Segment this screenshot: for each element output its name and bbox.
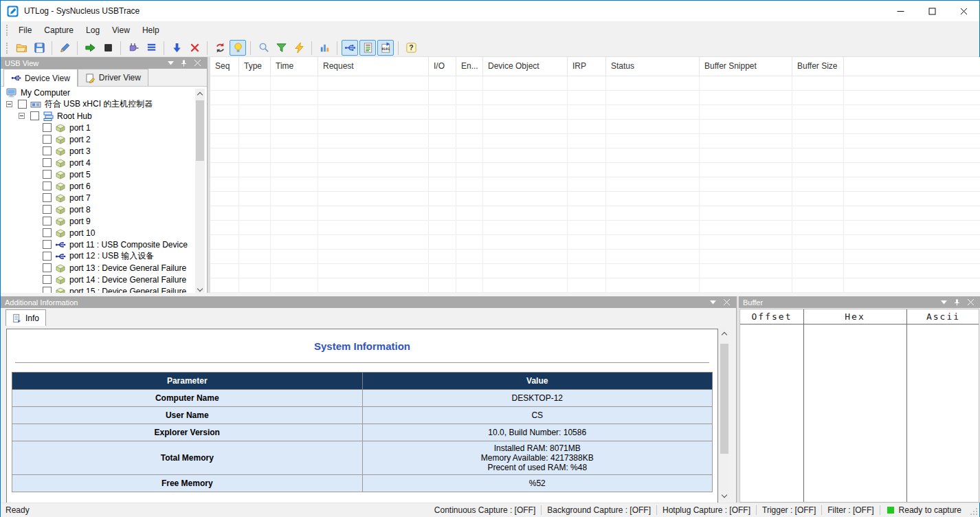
- plug-device-button[interactable]: [125, 40, 142, 56]
- view-list-button[interactable]: [143, 40, 159, 56]
- column-header-seq[interactable]: Seq: [210, 57, 239, 76]
- trigger-button[interactable]: [291, 40, 307, 56]
- start-capture-button[interactable]: [82, 40, 98, 56]
- tree-checkbox[interactable]: [30, 111, 39, 120]
- tree-item-port-10[interactable]: port 10: [1, 227, 207, 239]
- tree-checkbox[interactable]: [43, 193, 52, 202]
- menu-log[interactable]: Log: [80, 23, 106, 38]
- tree-checkbox[interactable]: [18, 100, 27, 109]
- column-header-request[interactable]: Request: [318, 57, 429, 76]
- tab-info[interactable]: Info: [5, 309, 46, 326]
- usb-view-toggle-button[interactable]: [342, 40, 358, 56]
- menu-help[interactable]: Help: [136, 23, 166, 38]
- tab-device-view[interactable]: Device View: [3, 69, 78, 87]
- column-header-time[interactable]: Time: [271, 57, 318, 76]
- tree-checkbox[interactable]: [43, 252, 52, 261]
- chevron-down-icon[interactable]: [168, 61, 174, 65]
- menu-file[interactable]: File: [12, 23, 38, 38]
- maximize-button[interactable]: [916, 1, 948, 21]
- column-header-buffer-snippet[interactable]: Buffer Snippet: [700, 57, 792, 76]
- tree-item-port-2[interactable]: port 2: [1, 133, 207, 145]
- tree-item-port-3[interactable]: port 3: [1, 145, 207, 157]
- close-button[interactable]: [948, 1, 979, 21]
- tree-item-port-12-usb[interactable]: port 12 : USB 输入设备: [1, 250, 207, 262]
- info-scrollbar[interactable]: [720, 329, 729, 501]
- auto-refresh-button[interactable]: [212, 40, 228, 56]
- help-button[interactable]: ?: [403, 40, 419, 56]
- tree-checkbox[interactable]: [43, 228, 52, 237]
- scroll-up-icon[interactable]: [195, 89, 205, 99]
- expand-collapse-box[interactable]: [6, 101, 12, 107]
- tree-item-port-14-device-general-failure[interactable]: port 14 : Device General Failure: [1, 274, 207, 285]
- tree-item-label: port 10: [69, 228, 95, 238]
- tree-item-port-1[interactable]: port 1: [1, 122, 207, 133]
- close-icon[interactable]: [723, 298, 731, 306]
- tree-scrollbar[interactable]: [195, 89, 205, 295]
- toolbar-grip-handle[interactable]: [6, 43, 8, 54]
- pin-icon[interactable]: [181, 60, 187, 67]
- chevron-down-icon[interactable]: [941, 300, 947, 305]
- column-header-irp[interactable]: IRP: [568, 57, 606, 76]
- tree-checkbox[interactable]: [43, 263, 52, 272]
- tree-item-port-11-usb-composite-device[interactable]: port 11 : USB Composite Device: [1, 239, 207, 250]
- column-header-en[interactable]: En...: [456, 57, 483, 76]
- info-scrollbar-thumb[interactable]: [720, 344, 728, 454]
- tree-item-root-hub[interactable]: Root Hub: [1, 110, 207, 122]
- search-button[interactable]: [255, 40, 271, 56]
- save-log-button[interactable]: [31, 40, 47, 56]
- menubar-grip-handle[interactable]: [6, 25, 8, 36]
- pin-icon[interactable]: [954, 299, 960, 306]
- highlight-button[interactable]: [230, 40, 246, 56]
- log-view-toggle-button[interactable]: [359, 40, 376, 56]
- tree-checkbox[interactable]: [43, 123, 52, 132]
- tree-item-port-9[interactable]: port 9: [1, 215, 207, 227]
- filter-button[interactable]: [273, 40, 289, 56]
- grid-column-line: [238, 76, 239, 295]
- tree-checkbox[interactable]: [43, 182, 52, 190]
- tree-checkbox[interactable]: [43, 158, 52, 167]
- tree-checkbox[interactable]: [43, 170, 52, 179]
- tree-checkbox[interactable]: [43, 135, 52, 144]
- move-down-button[interactable]: [168, 40, 185, 56]
- tree-checkbox[interactable]: [43, 146, 52, 155]
- tree-item-port-13-device-general-failure[interactable]: port 13 : Device General Failure: [1, 262, 207, 274]
- tree-checkbox[interactable]: [43, 275, 52, 284]
- tab-driver-view[interactable]: Driver View: [78, 69, 148, 86]
- menu-capture[interactable]: Capture: [38, 23, 80, 38]
- scroll-up-icon[interactable]: [720, 329, 729, 339]
- tree-item-label: port 6: [69, 182, 91, 191]
- tree-item-port-6[interactable]: port 6: [1, 180, 207, 192]
- statistics-button[interactable]: [316, 40, 333, 56]
- stop-capture-button[interactable]: [100, 40, 116, 56]
- column-header-device-object[interactable]: Device Object: [483, 57, 568, 76]
- start-capture-icon: [85, 42, 96, 54]
- column-header-type[interactable]: Type: [239, 57, 271, 76]
- expand-collapse-box[interactable]: [19, 113, 25, 119]
- column-header-buffer-size[interactable]: Buffer Size: [792, 57, 844, 76]
- tree-checkbox[interactable]: [43, 205, 52, 214]
- menu-view[interactable]: View: [106, 23, 136, 38]
- clear-log-button[interactable]: [186, 40, 203, 56]
- tree-checkbox[interactable]: [43, 240, 52, 249]
- column-header-status[interactable]: Status: [606, 57, 700, 76]
- close-icon[interactable]: [967, 298, 975, 306]
- chevron-down-icon[interactable]: [710, 300, 716, 305]
- tree-checkbox[interactable]: [43, 217, 52, 226]
- column-header-i-o[interactable]: I/O: [429, 57, 456, 76]
- tree-item-port-5[interactable]: port 5: [1, 168, 207, 180]
- edit-pencil-button[interactable]: [56, 40, 73, 56]
- tree-item-port-4[interactable]: port 4: [1, 157, 207, 168]
- tree-item-port-7[interactable]: port 7: [1, 192, 207, 204]
- open-log-button[interactable]: [13, 40, 30, 56]
- minimize-button[interactable]: [884, 1, 916, 21]
- raw-view-toggle-button[interactable]: 0101: [377, 40, 394, 56]
- scroll-down-icon[interactable]: [720, 491, 729, 501]
- tree-item-my-computer[interactable]: My Computer: [1, 87, 207, 98]
- tree-item-usb-xhci[interactable]: 符合 USB xHCI 的主机控制器: [1, 98, 207, 110]
- resize-grip[interactable]: [970, 507, 978, 516]
- tree-item-label: port 8: [69, 205, 91, 214]
- close-icon[interactable]: [194, 59, 201, 67]
- tree-item-port-8[interactable]: port 8: [1, 204, 207, 215]
- tree-scrollbar-thumb[interactable]: [196, 100, 204, 161]
- system-info-content: System Information ParameterValueCompute…: [6, 329, 718, 503]
